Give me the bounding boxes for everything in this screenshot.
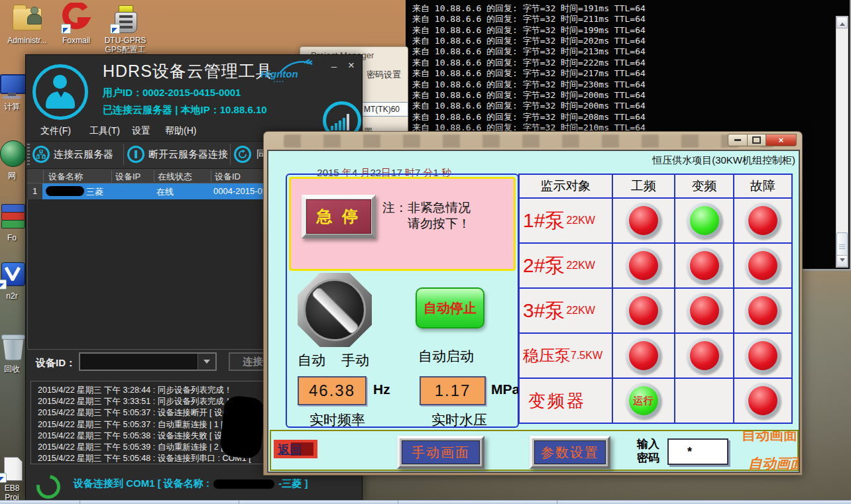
combobox-dropdown-button[interactable] bbox=[198, 354, 215, 370]
device-name: 三菱 bbox=[86, 186, 103, 198]
redaction-blob bbox=[46, 186, 84, 196]
emergency-stop-button[interactable]: 急 停 bbox=[302, 195, 376, 238]
device-status: 在线 bbox=[156, 186, 174, 198]
toolbar-gripper[interactable] bbox=[27, 144, 30, 165]
return-button[interactable]: 返回 bbox=[274, 440, 317, 458]
window-caption-buttons: × bbox=[728, 134, 797, 146]
serial-connector-icon bbox=[109, 3, 141, 34]
run-indicator-lamp: 运行 bbox=[626, 383, 661, 419]
user-avatar-icon bbox=[32, 64, 88, 120]
password-label-line2: 密码 bbox=[637, 451, 659, 465]
device-id-combobox[interactable] bbox=[79, 352, 217, 371]
manual-screen-label: 手动画面 bbox=[402, 440, 480, 464]
sync-refresh-icon bbox=[234, 146, 251, 163]
v-app-icon bbox=[0, 258, 28, 290]
maximize-icon bbox=[752, 136, 761, 144]
header-monitor-object: 监示对象 bbox=[520, 175, 612, 197]
status-prefix: 设备连接到 COM1 [ 设备名称 : bbox=[74, 478, 209, 489]
pump-row-label: 变频器 bbox=[520, 379, 612, 423]
triangle-up-icon bbox=[840, 20, 845, 26]
password-settings-label: 密码设置 bbox=[367, 69, 401, 81]
desktop-icon-dtu-gprs[interactable]: DTU-GPRS GPS配置工 bbox=[99, 3, 151, 54]
marquee-clip: 自动画面 bbox=[742, 431, 800, 442]
indicator-lamp bbox=[745, 293, 781, 328]
pump-row-label: 稳压泵7.5KW bbox=[520, 334, 612, 378]
return-label: 返回 bbox=[278, 442, 302, 458]
shortcut-arrow-icon bbox=[61, 24, 71, 34]
auto-stop-button[interactable]: 自动停止 bbox=[416, 287, 484, 328]
indicator-lamp bbox=[626, 203, 661, 238]
scroll-down-button[interactable] bbox=[836, 255, 848, 267]
triangle-down-icon bbox=[203, 360, 210, 367]
model-field[interactable]: MT(TK)60 bbox=[361, 102, 408, 117]
frequency-caption: 实时频率 bbox=[310, 411, 365, 429]
ping-line: 来自 10.88.6.6 的回复: 字节=32 时间=230ms TTL=64 bbox=[412, 79, 830, 89]
console-scrollbar[interactable] bbox=[836, 16, 848, 268]
desktop-icon-foxmail[interactable]: Foxmail bbox=[50, 3, 102, 45]
disconnect-server-button[interactable]: 断开云服务器连接 bbox=[148, 148, 228, 161]
pump-row-label: 1#泵22KW bbox=[520, 199, 612, 242]
ping-line: 来自 10.88.6.6 的回复: 字节=32 时间=222ms TTL=64 bbox=[412, 57, 830, 68]
col-online-status: 在线状态 bbox=[158, 171, 192, 183]
indicator-lamp bbox=[745, 203, 781, 238]
monitor-table: 监示对象 工频 变频 故障 1#泵22KW 2#泵22KW 3#泵22KW 稳压… bbox=[518, 174, 793, 424]
ping-line: 来自 10.88.6.6 的回复: 字节=32 时间=217ms TTL=64 bbox=[412, 68, 830, 78]
device-id-label: 设备ID： bbox=[36, 357, 76, 370]
icon-label-2: GPS配置工 bbox=[99, 45, 151, 54]
app-title: HDRS设备云管理工具 bbox=[103, 60, 273, 82]
minimize-button[interactable] bbox=[728, 134, 748, 146]
password-input[interactable] bbox=[667, 438, 728, 465]
brand-subtext-bar: ▪▪▪▪ bbox=[260, 79, 298, 83]
indicator-lamp bbox=[745, 338, 781, 374]
close-button[interactable]: × bbox=[345, 59, 358, 72]
shortcut-arrow-icon bbox=[110, 24, 120, 34]
ping-line: 来自 10.88.6.6 的回复: 字节=32 时间=202ms TTL=64 bbox=[412, 35, 830, 46]
brand-swoosh-icon bbox=[279, 59, 313, 74]
parameter-settings-button[interactable]: 参数设置 bbox=[530, 436, 610, 469]
manual-screen-button[interactable]: 手动画面 bbox=[397, 436, 484, 469]
indicator-lamp bbox=[687, 203, 722, 238]
ping-line: 来自 10.88.6.6 的回复: 字节=32 时间=208ms TTL=64 bbox=[412, 111, 830, 122]
connect-server-icon bbox=[32, 146, 50, 163]
menu-help[interactable]: 帮助(H) bbox=[165, 125, 196, 137]
header-line-frequency: 工频 bbox=[613, 175, 674, 197]
close-button[interactable]: × bbox=[766, 134, 797, 146]
maximize-button[interactable] bbox=[748, 134, 766, 146]
hignton-logo: Hignton ▪▪▪▪ bbox=[260, 68, 298, 83]
desktop-icon-administrator[interactable]: Administr... bbox=[1, 3, 53, 45]
minimize-icon bbox=[734, 139, 741, 141]
menu-settings[interactable]: 设置 bbox=[132, 125, 150, 137]
toolbar-separator bbox=[123, 144, 124, 165]
password-label-line1: 输入 bbox=[637, 437, 659, 451]
icon-label: Administr... bbox=[1, 36, 53, 45]
ping-line: 来自 10.88.6.6 的回复: 字节=32 时间=200ms TTL=64 bbox=[412, 89, 830, 100]
minimize-button[interactable]: – bbox=[327, 60, 341, 73]
redaction-blob bbox=[213, 479, 274, 489]
foxmail-icon bbox=[60, 3, 92, 34]
header-fault: 故障 bbox=[734, 175, 791, 197]
ping-line: 来自 10.88.6.6 的回复: 字节=32 时间=211ms TTL=64 bbox=[412, 13, 830, 24]
pressure-unit: MPa bbox=[491, 381, 520, 397]
menu-file[interactable]: 文件(F) bbox=[40, 125, 71, 137]
indicator-lamp bbox=[626, 248, 661, 283]
col-device-ip: 设备IP bbox=[115, 171, 141, 183]
col-device-name: 设备名称 bbox=[48, 171, 83, 183]
col-device-id: 设备ID bbox=[215, 171, 241, 183]
menu-tools[interactable]: 工具(T) bbox=[89, 125, 120, 137]
header-variable-frequency: 变频 bbox=[675, 175, 733, 197]
indicator-lamp bbox=[745, 248, 781, 283]
scroll-up-button[interactable] bbox=[836, 17, 848, 28]
indicator-lamp bbox=[626, 293, 661, 328]
indicator-lamp bbox=[626, 338, 661, 374]
connect-server-button[interactable]: 连接云服务器 bbox=[54, 148, 113, 161]
emergency-note: 注：非紧急情况 请勿按下！ bbox=[382, 200, 471, 232]
ping-line: 来自 10.88.6.6 的回复: 字节=32 时间=213ms TTL=64 bbox=[412, 46, 830, 56]
parameter-settings-label: 参数设置 bbox=[534, 440, 606, 464]
ping-line: 来自 10.88.6.6 的回复: 字节=32 时间=199ms TTL=64 bbox=[412, 25, 830, 35]
note-line-1: 注：非紧急情况 bbox=[382, 200, 471, 216]
shortcut-arrow-icon bbox=[0, 473, 7, 483]
indicator-lamp bbox=[687, 338, 722, 374]
taskbar-sliver[interactable] bbox=[0, 500, 851, 504]
ping-line: 来自 10.88.6.6 的回复: 字节=32 时间=200ms TTL=64 bbox=[412, 100, 830, 111]
globe-icon bbox=[0, 138, 28, 170]
